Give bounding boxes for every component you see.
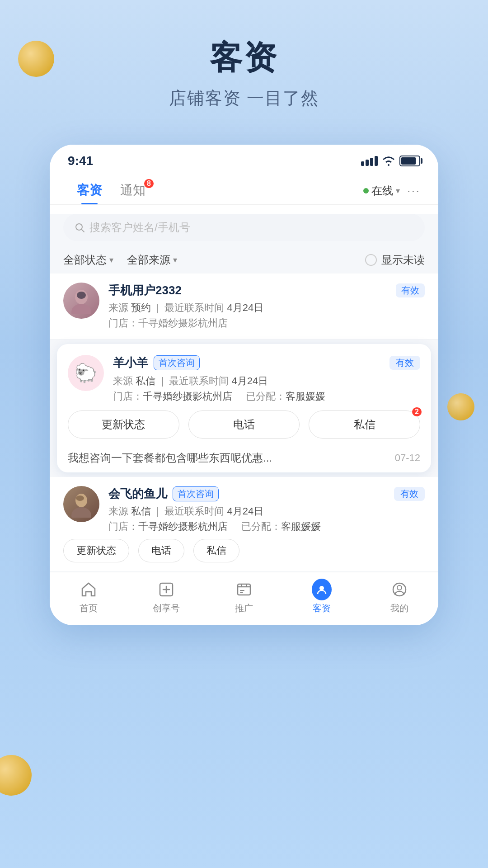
- tab-notification[interactable]: 通知 8: [111, 177, 155, 204]
- action-buttons-sheep: 更新状态 电话 私信 2: [68, 410, 420, 439]
- search-icon: [74, 222, 85, 233]
- partial-action-buttons-fish: 更新状态 电话 私信: [63, 539, 425, 562]
- decoration-ball-1: [18, 41, 54, 77]
- signal-bars: [361, 156, 378, 166]
- svg-point-4: [77, 292, 86, 299]
- highlight-store-sheep: 门店：千寻婚纱摄影杭州店 已分配：客服媛媛: [113, 390, 420, 403]
- update-status-btn-fish[interactable]: 更新状态: [63, 539, 129, 562]
- partial-store-fish: 门店：千寻婚纱摄影杭州店 已分配：客服媛媛: [108, 520, 425, 533]
- customer-card-1[interactable]: 手机用户2332 有效 来源 预约 | 最近联系时间 4月24日 门店：千寻婚纱…: [50, 274, 438, 340]
- svg-line-1: [81, 229, 84, 232]
- phone-btn-sheep[interactable]: 电话: [188, 410, 300, 439]
- partial-meta-fish: 来源 私信 | 最近联系时间 4月24日: [108, 505, 425, 518]
- valid-badge-fish: 有效: [394, 487, 425, 501]
- wifi-icon: [382, 156, 395, 166]
- home-icon: [79, 580, 99, 599]
- decoration-ball-2: [447, 393, 474, 420]
- private-msg-badge-sheep: 2: [412, 407, 422, 416]
- chevron-down-icon: ▾: [109, 255, 113, 265]
- more-button[interactable]: ···: [407, 184, 420, 198]
- avatar-sheep: 🐑: [68, 355, 104, 391]
- highlight-meta-sheep: 来源 私信 | 最近联系时间 4月24日: [113, 374, 420, 388]
- filter-row: 全部状态 ▾ 全部来源 ▾ 显示未读: [50, 250, 438, 274]
- avatar-fish: [63, 486, 99, 522]
- chevron-down-icon: ▾: [173, 255, 177, 265]
- nav-profile[interactable]: 我的: [377, 580, 422, 614]
- battery-icon: [399, 156, 420, 166]
- page-header: 客资 店铺客资 一目了然: [0, 0, 488, 110]
- message-preview-sheep: 我想咨询一下套餐都包含哪些东西呢优惠... 07-12: [68, 446, 420, 465]
- customer-card-fish[interactable]: 会飞的鱼儿 首次咨询 有效 来源 私信 | 最近联系时间 4月24日 门店：千寻…: [50, 477, 438, 572]
- valid-badge-sheep: 有效: [389, 356, 420, 370]
- notification-badge: 8: [144, 179, 154, 188]
- decoration-ball-3: [0, 755, 32, 796]
- customer-name-fish: 会飞的鱼儿: [108, 486, 167, 502]
- tab-kezi[interactable]: 客资: [68, 177, 111, 204]
- phone-mockup: 9:41 客资 通知: [50, 145, 438, 625]
- nav-home[interactable]: 首页: [66, 580, 111, 614]
- search-bar[interactable]: 搜索客户姓名/手机号: [63, 214, 425, 241]
- bottom-nav: 首页 创享号 推广: [50, 572, 438, 625]
- customer-name-1: 手机用户2332: [108, 283, 182, 298]
- search-placeholder: 搜索客户姓名/手机号: [89, 220, 190, 235]
- first-consult-badge-fish: 首次咨询: [173, 486, 219, 501]
- status-bar: 9:41: [50, 145, 438, 173]
- promote-icon: [234, 580, 254, 599]
- avatar-1: [63, 283, 99, 319]
- radio-unread: [365, 254, 377, 266]
- create-icon: [156, 580, 176, 599]
- nav-kezi[interactable]: 客资: [299, 580, 344, 614]
- customer-name-sheep: 羊小羊: [113, 355, 148, 371]
- status-time: 9:41: [68, 154, 93, 168]
- message-time-sheep: 07-12: [395, 452, 420, 464]
- svg-point-12: [397, 585, 402, 590]
- svg-point-10: [319, 586, 324, 590]
- online-indicator[interactable]: 在线 ▾: [363, 184, 400, 198]
- status-icons: [361, 156, 420, 166]
- green-dot: [363, 188, 369, 193]
- nav-create[interactable]: 创享号: [144, 580, 189, 614]
- profile-icon: [389, 580, 409, 599]
- card-store-1: 门店：千寻婚纱摄影杭州店: [108, 316, 425, 330]
- svg-point-3: [71, 304, 91, 314]
- chevron-down-icon: ▾: [396, 186, 400, 196]
- private-msg-btn-fish[interactable]: 私信: [193, 539, 239, 562]
- private-msg-btn-sheep[interactable]: 私信 2: [309, 410, 420, 439]
- highlight-card-yangxiaoyang[interactable]: 🐑 羊小羊 首次咨询 有效 来源 私信 | 最近联系时间 4月24日 门店：千寻…: [57, 344, 431, 472]
- svg-rect-9: [238, 584, 250, 595]
- card-meta-1: 来源 预约 | 最近联系时间 4月24日: [108, 301, 425, 315]
- card-info-1: 手机用户2332 有效 来源 预约 | 最近联系时间 4月24日 门店：千寻婚纱…: [108, 283, 425, 330]
- filter-source[interactable]: 全部来源 ▾: [127, 253, 177, 267]
- page-title: 客资: [0, 36, 488, 80]
- scroll-content: 搜索客户姓名/手机号 全部状态 ▾ 全部来源 ▾ 显示未读: [50, 214, 438, 572]
- svg-point-7: [76, 495, 84, 501]
- update-status-btn-sheep[interactable]: 更新状态: [68, 410, 179, 439]
- first-consult-badge-sheep: 首次咨询: [154, 355, 200, 370]
- valid-badge-1: 有效: [396, 283, 425, 297]
- phone-btn-fish[interactable]: 电话: [138, 539, 184, 562]
- nav-promote[interactable]: 推广: [221, 580, 267, 614]
- kezi-icon: [312, 580, 332, 599]
- unread-toggle[interactable]: 显示未读: [365, 253, 425, 267]
- filter-status[interactable]: 全部状态 ▾: [63, 253, 113, 267]
- page-subtitle: 店铺客资 一目了然: [0, 87, 488, 110]
- svg-point-6: [71, 507, 91, 518]
- tab-right: 在线 ▾ ···: [363, 184, 420, 198]
- tab-bar: 客资 通知 8 在线 ▾ ···: [50, 173, 438, 205]
